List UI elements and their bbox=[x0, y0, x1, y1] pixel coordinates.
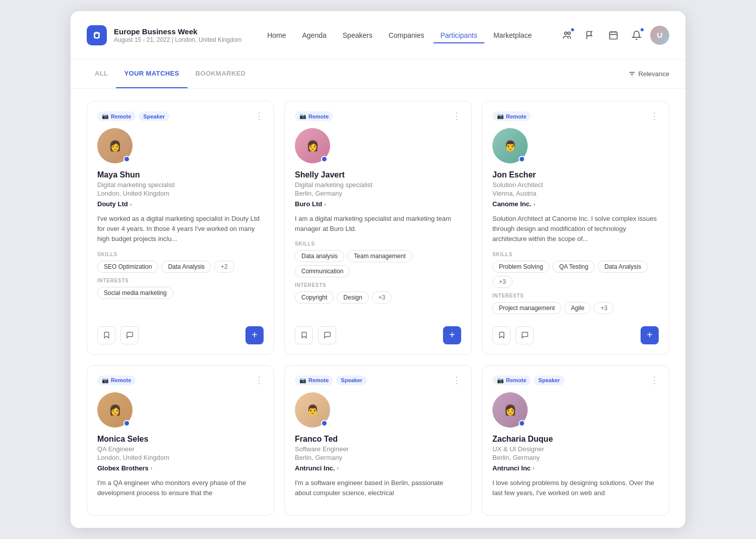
card-actions-1: + bbox=[295, 319, 461, 344]
interest-tag-0-0: Social media marketing bbox=[97, 287, 173, 299]
card-bio-1: I am a digital marketing specialist and … bbox=[295, 214, 461, 234]
people-icon-btn[interactable] bbox=[557, 26, 577, 45]
company-arrow-0: › bbox=[130, 201, 132, 207]
interest-tag-1-1: Design bbox=[337, 291, 368, 304]
bookmark-btn-0[interactable] bbox=[97, 326, 115, 344]
skill-tag-2-0: Problem Solving bbox=[492, 261, 549, 273]
tab-your-matches[interactable]: YOUR MATCHES bbox=[116, 59, 187, 88]
card-name-1: Shelly Javert bbox=[295, 170, 461, 179]
card-company-5[interactable]: Antrunci Inc › bbox=[492, 464, 659, 472]
message-icon-2 bbox=[521, 331, 529, 339]
logo-text-group: Europe Business Week August 15 - 21, 202… bbox=[114, 27, 241, 43]
badges-5: 📷 Remote Speaker bbox=[492, 376, 564, 385]
avatar-row-3: 👩 bbox=[97, 392, 264, 428]
card-actions-left-2 bbox=[492, 326, 534, 344]
message-btn-1[interactable] bbox=[318, 326, 336, 344]
sort-button[interactable]: Relevance bbox=[628, 66, 669, 82]
card-role-0: Digital marketing specialist bbox=[97, 181, 264, 189]
card-company-0[interactable]: Douty Ltd › bbox=[97, 200, 264, 208]
camera-icon-0: 📷 bbox=[102, 113, 109, 119]
card-location-2: Vienna, Austria bbox=[492, 190, 659, 197]
user-avatar[interactable]: U bbox=[650, 26, 669, 45]
add-btn-2[interactable]: + bbox=[641, 326, 659, 344]
participant-card-1: 📷 Remote ⋮ 👩 Shelly Javert Digital marke… bbox=[284, 101, 472, 354]
calendar-icon-btn[interactable] bbox=[604, 26, 623, 45]
more-menu-4[interactable]: ⋮ bbox=[452, 376, 461, 385]
event-title: Europe Business Week bbox=[114, 27, 241, 36]
avatar-row-2: 👨 bbox=[492, 128, 659, 163]
company-arrow-5: › bbox=[533, 465, 535, 471]
camera-icon-1: 📷 bbox=[299, 113, 306, 119]
badge-remote-3: 📷 Remote bbox=[97, 376, 136, 385]
card-bio-4: I'm a software engineer based in Berlin,… bbox=[295, 478, 461, 498]
add-btn-1[interactable]: + bbox=[443, 326, 461, 344]
interest-tag-2-0: Project management bbox=[492, 302, 561, 314]
nav-agenda[interactable]: Agenda bbox=[295, 27, 333, 43]
bookmark-icon-1 bbox=[300, 331, 308, 339]
badges-1: 📷 Remote bbox=[295, 111, 333, 121]
card-role-3: QA Engineer bbox=[97, 445, 264, 453]
nav-speakers[interactable]: Speakers bbox=[336, 27, 380, 43]
camera-icon-3: 📷 bbox=[102, 377, 109, 384]
skill-more-2: +3 bbox=[492, 276, 513, 288]
interests-label-2: INTERESTS bbox=[492, 293, 659, 298]
participant-card-4: 📷 Remote Speaker ⋮ 👨 Franco Ted Software… bbox=[284, 365, 472, 516]
tab-all[interactable]: ALL bbox=[87, 59, 116, 88]
card-top-5: 📷 Remote Speaker ⋮ bbox=[492, 376, 659, 385]
svg-point-0 bbox=[564, 32, 567, 34]
card-location-0: London, United Kingdom bbox=[97, 190, 264, 197]
skills-label-1: SKILLS bbox=[295, 241, 461, 247]
nav-marketplace[interactable]: Marketplace bbox=[486, 27, 539, 43]
card-company-1[interactable]: Buro Ltd › bbox=[295, 200, 461, 208]
interests-label-0: INTERESTS bbox=[97, 278, 264, 283]
flag-icon bbox=[585, 30, 595, 40]
more-menu-5[interactable]: ⋮ bbox=[650, 376, 659, 385]
more-menu-0[interactable]: ⋮ bbox=[255, 111, 264, 121]
skill-tag-1-1: Team management bbox=[347, 250, 412, 262]
interests-tags-1: Copyright Design +3 bbox=[295, 291, 461, 304]
interests-tags-2: Project management Agile +3 bbox=[492, 302, 659, 314]
card-bio-3: I'm a QA engineer who monitors every pha… bbox=[97, 478, 264, 498]
tab-bookmarked[interactable]: BOOKMARKED bbox=[187, 59, 254, 88]
online-dot-2 bbox=[519, 156, 525, 162]
nav-companies[interactable]: Companies bbox=[382, 27, 431, 43]
logo-area: Europe Business Week August 15 - 21, 202… bbox=[87, 25, 241, 45]
nav-home[interactable]: Home bbox=[260, 27, 293, 43]
svg-point-1 bbox=[568, 32, 571, 34]
participant-card-5: 📷 Remote Speaker ⋮ 👩 Zacharia Duque UX &… bbox=[482, 365, 669, 516]
card-role-1: Digital marketing specialist bbox=[295, 181, 461, 189]
message-btn-2[interactable] bbox=[516, 326, 534, 344]
camera-icon-2: 📷 bbox=[497, 113, 504, 119]
card-role-4: Software Engineer bbox=[295, 445, 461, 453]
badge-remote-0: 📷 Remote bbox=[97, 111, 136, 121]
bookmark-btn-1[interactable] bbox=[295, 326, 313, 344]
message-btn-0[interactable] bbox=[120, 326, 139, 344]
card-company-4[interactable]: Antrunci Inc. › bbox=[295, 464, 461, 472]
card-location-3: London, United Kingdom bbox=[97, 454, 264, 461]
badge-remote-4: 📷 Remote bbox=[295, 376, 333, 385]
avatar-row-5: 👩 bbox=[492, 392, 659, 428]
participant-card-2: 📷 Remote ⋮ 👨 Jon Escher Solution Archite… bbox=[482, 101, 669, 354]
more-menu-1[interactable]: ⋮ bbox=[452, 111, 461, 121]
online-dot-4 bbox=[321, 420, 328, 427]
flag-icon-btn[interactable] bbox=[581, 26, 600, 45]
card-name-4: Franco Ted bbox=[295, 435, 461, 444]
bell-icon-btn[interactable] bbox=[627, 26, 646, 45]
skill-tag-2-1: QA Testing bbox=[552, 261, 595, 273]
company-arrow-1: › bbox=[324, 201, 326, 207]
more-menu-3[interactable]: ⋮ bbox=[255, 376, 264, 385]
participant-card-3: 📷 Remote ⋮ 👩 Monica Seles QA Engineer Lo… bbox=[87, 365, 274, 516]
add-btn-0[interactable]: + bbox=[245, 326, 264, 344]
people-icon bbox=[562, 30, 572, 40]
online-dot-3 bbox=[123, 420, 130, 427]
online-dot-1 bbox=[321, 156, 328, 162]
participants-grid: 📷 Remote Speaker ⋮ 👩 Maya Shun Digital m… bbox=[71, 89, 685, 528]
more-menu-2[interactable]: ⋮ bbox=[650, 111, 659, 121]
logo-icon bbox=[87, 25, 107, 45]
card-top-1: 📷 Remote ⋮ bbox=[295, 111, 461, 121]
card-company-2[interactable]: Canome Inc. › bbox=[492, 200, 659, 208]
nav-participants[interactable]: Participants bbox=[433, 27, 484, 43]
bookmark-btn-2[interactable] bbox=[492, 326, 511, 344]
sort-label: Relevance bbox=[639, 70, 669, 78]
card-company-3[interactable]: Globex Brothers › bbox=[97, 464, 264, 472]
